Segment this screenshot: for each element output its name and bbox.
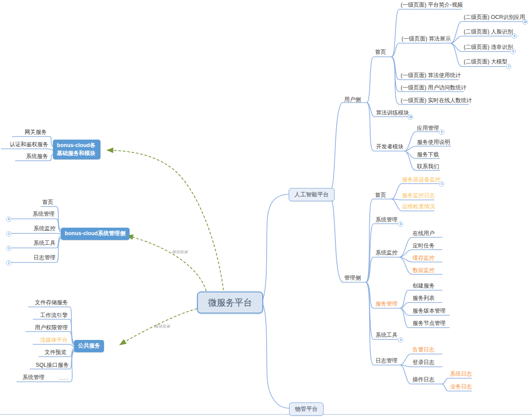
node-timed-tasks[interactable]: 定时任务 <box>413 243 435 249</box>
node-service-list[interactable]: 服务列表 <box>413 295 435 301</box>
node-page-intro-video[interactable]: (一级页面) 平台简介-视频 <box>401 2 463 8</box>
node-page-algo-show[interactable]: (一级页面) 算法展示 <box>402 36 451 42</box>
node-system-service[interactable]: 系统服务 <box>26 153 48 159</box>
badge-bc-log-mgmt-count[interactable]: 2 <box>6 260 11 266</box>
badge-app-mgmt-count[interactable]: 9 <box>439 129 444 135</box>
node-mgmt-home[interactable]: 首页 <box>375 192 386 198</box>
node-bc-log-mgmt[interactable]: 日志管理 <box>33 255 56 261</box>
node-app-mgmt[interactable]: 应用管理 <box>417 125 439 131</box>
connector-line <box>261 194 289 301</box>
node-business-log[interactable]: 业务日志 <box>450 384 472 390</box>
node-page-visit-stats[interactable]: (一级页面) 用户访问数统计 <box>401 85 466 91</box>
node-page-online-stats[interactable]: (一级页面) 实时在线人数统计 <box>401 97 472 103</box>
node-mgmt-side[interactable]: 管理侧 <box>344 275 361 281</box>
mindmap-canvas: 微服务平台 人工智能平台 物管平台 用户侧 首页 (一级页面) 平台简介-视频 … <box>0 0 532 417</box>
connector-line <box>329 103 367 194</box>
connector-layer <box>0 0 532 417</box>
connector-line <box>366 282 400 365</box>
node-service-usage-doc[interactable]: 服务使用说明 <box>417 139 450 145</box>
badge-bc-sys-monitor-count[interactable]: 2 <box>6 231 11 236</box>
node-bc-sys-monitor[interactable]: 系统监控 <box>33 225 56 232</box>
connector-line <box>405 146 451 151</box>
connector-line <box>391 199 434 200</box>
node-create-service[interactable]: 创建服务 <box>413 283 435 289</box>
node-cache-monitor[interactable]: 缓存监控 <box>413 255 435 261</box>
node-algo-training[interactable]: 算法训练模块 <box>376 110 409 116</box>
node-auth-service[interactable]: 认证和鉴权服务 <box>10 141 48 148</box>
relation-arrow <box>127 236 206 291</box>
badge-bc-sys-tools-count[interactable]: 3 <box>6 246 11 251</box>
node-page-algo-stats[interactable]: (一级页面) 算法使用统计 <box>401 72 461 78</box>
node-more-ellipsis[interactable]: ...... <box>59 376 69 381</box>
node-user-home[interactable]: 首页 <box>375 49 386 55</box>
topic-ai-platform[interactable]: 人工智能平台 <box>289 188 335 201</box>
topic-public-services[interactable]: 公共服务 <box>74 340 104 352</box>
node-ops-check[interactable]: 运维检查情况 <box>402 203 435 210</box>
connector-line <box>367 57 391 103</box>
node-log-mgmt[interactable]: 日志管理 <box>376 358 398 364</box>
node-online-users[interactable]: 在线用户 <box>413 230 435 236</box>
badge-sys-tools-count[interactable]: 3 <box>398 337 403 343</box>
node-page-ocr[interactable]: (二级页面) OCR识别应用 <box>464 14 525 20</box>
badge-device-monitor-count[interactable]: 4 <box>439 181 444 187</box>
node-contact-us[interactable]: 联系我们 <box>417 163 439 170</box>
badge-bigmodel-count[interactable]: 4 <box>506 64 511 69</box>
node-workflow-engine[interactable]: 工作流引擎 <box>40 312 68 318</box>
node-login-log[interactable]: 登录日志 <box>413 359 435 365</box>
node-gateway-service[interactable]: 网关服务 <box>25 129 47 135</box>
node-page-bigmodel[interactable]: (二级页面) 大模型 <box>464 59 507 65</box>
node-bc-sys-tools[interactable]: 系统工具 <box>33 240 56 246</box>
node-ps-sys-mgmt[interactable]: 系统管理 <box>22 374 45 380</box>
node-page-face[interactable]: (二级页面) 人脸识别 <box>464 29 513 35</box>
node-service-monitor-log[interactable]: 服务监控日志 <box>402 192 435 199</box>
node-service-download[interactable]: 服务下载 <box>417 151 439 158</box>
node-system-log[interactable]: 系统日志 <box>450 371 472 377</box>
connector-line <box>261 303 289 408</box>
node-sql-api-service[interactable]: SQL接口服务 <box>36 362 69 368</box>
connector-line <box>366 257 399 282</box>
green-relation-arrows <box>107 150 223 345</box>
topic-property-platform[interactable]: 物管平台 <box>289 402 324 416</box>
badge-violation-count[interactable]: 9 <box>510 49 516 54</box>
node-service-node-mgmt[interactable]: 服务节点管理 <box>413 320 446 326</box>
node-file-storage[interactable]: 文件存储服务 <box>35 299 68 306</box>
node-operation-log[interactable]: 操作日志 <box>413 376 435 383</box>
node-streaming-platform[interactable]: 流媒体平台 <box>40 337 68 343</box>
node-page-violation[interactable]: (二级页面) 违章识别 <box>464 44 513 50</box>
node-developer-module[interactable]: 开发者模块 <box>376 144 404 150</box>
badge-ocr-count[interactable]: 18 <box>522 19 528 25</box>
connector-line <box>11 233 61 234</box>
badge-face-count[interactable]: 8 <box>512 33 517 39</box>
connector-line <box>450 36 511 43</box>
node-alert-log[interactable]: 告警日志 <box>413 347 435 353</box>
topic-bonus-base-modules[interactable]: bonus-cloud各基础服务和模块 <box>53 140 100 159</box>
node-sys-tools[interactable]: 系统工具 <box>376 332 398 338</box>
connector-line <box>391 43 450 57</box>
relation-label-module-expand: 模块拓展 <box>154 324 170 329</box>
node-mgmt-sys-monitor[interactable]: 系统监控 <box>376 250 398 256</box>
connector-line <box>33 344 74 347</box>
badge-training-count[interactable]: 18 <box>408 114 413 120</box>
node-server-device-monitor[interactable]: 服务器设备监控 <box>402 177 441 183</box>
node-service-version-mgmt[interactable]: 服务版本管理 <box>413 308 446 314</box>
node-data-monitor[interactable]: 数据监控 <box>413 267 435 273</box>
connector-line <box>391 9 461 57</box>
badge-mgmt-sys-mgmt-count[interactable]: 8 <box>398 221 403 227</box>
connector-line <box>366 282 398 340</box>
node-bc-home[interactable]: 首页 <box>42 199 53 205</box>
relation-label-module-expand: 模块拓展 <box>172 249 188 255</box>
node-user-side[interactable]: 用户侧 <box>344 96 361 103</box>
node-bc-sys-mgmt[interactable]: 系统管理 <box>33 211 55 217</box>
connector-line <box>329 195 366 282</box>
node-file-preview[interactable]: 文件预览 <box>45 349 67 355</box>
central-topic[interactable]: 微服务平台 <box>197 292 263 314</box>
relation-arrow <box>107 150 223 290</box>
badge-bc-sys-mgmt-count[interactable]: 8 <box>6 217 11 222</box>
topic-bonus-admin-side[interactable]: bonus-cloud系统管理侧 <box>61 228 130 240</box>
connector-line <box>1 149 53 150</box>
node-service-mgmt[interactable]: 服务管理 <box>376 301 398 307</box>
node-user-permission[interactable]: 用户权限管理 <box>35 325 68 331</box>
node-mgmt-sys-mgmt[interactable]: 系统管理 <box>376 217 398 223</box>
